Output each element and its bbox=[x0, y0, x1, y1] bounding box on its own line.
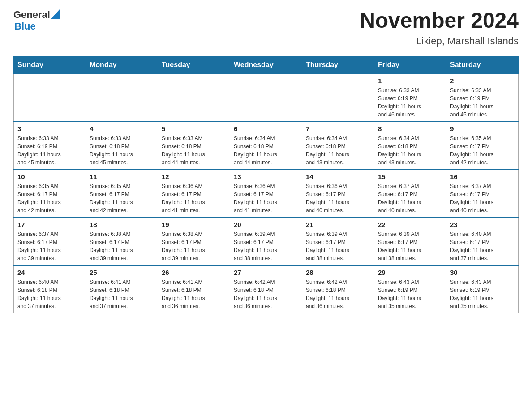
day-number: 10 bbox=[17, 173, 82, 180]
calendar-cell: 23Sunrise: 6:40 AM Sunset: 6:17 PM Dayli… bbox=[446, 218, 519, 265]
day-number: 9 bbox=[450, 125, 515, 133]
calendar-cell: 5Sunrise: 6:33 AM Sunset: 6:18 PM Daylig… bbox=[158, 122, 230, 170]
day-info: Sunrise: 6:42 AM Sunset: 6:18 PM Dayligh… bbox=[234, 278, 298, 310]
calendar-cell: 26Sunrise: 6:41 AM Sunset: 6:18 PM Dayli… bbox=[158, 265, 230, 313]
day-info: Sunrise: 6:38 AM Sunset: 6:17 PM Dayligh… bbox=[162, 230, 226, 262]
calendar-cell: 19Sunrise: 6:38 AM Sunset: 6:17 PM Dayli… bbox=[158, 218, 230, 265]
calendar-cell: 14Sunrise: 6:36 AM Sunset: 6:17 PM Dayli… bbox=[302, 170, 374, 218]
calendar-week-row: 1Sunrise: 6:33 AM Sunset: 6:19 PM Daylig… bbox=[14, 74, 519, 122]
calendar-cell: 4Sunrise: 6:33 AM Sunset: 6:18 PM Daylig… bbox=[86, 122, 158, 170]
day-info: Sunrise: 6:39 AM Sunset: 6:17 PM Dayligh… bbox=[378, 230, 442, 262]
day-info: Sunrise: 6:36 AM Sunset: 6:17 PM Dayligh… bbox=[306, 182, 370, 214]
calendar-cell: 9Sunrise: 6:35 AM Sunset: 6:17 PM Daylig… bbox=[446, 122, 519, 170]
day-number: 15 bbox=[378, 173, 442, 180]
day-info: Sunrise: 6:40 AM Sunset: 6:17 PM Dayligh… bbox=[450, 230, 515, 262]
calendar-subtitle: Likiep, Marshall Islands bbox=[360, 35, 519, 47]
day-number: 20 bbox=[234, 221, 298, 228]
calendar-header-row: SundayMondayTuesdayWednesdayThursdayFrid… bbox=[14, 56, 519, 74]
calendar-week-row: 3Sunrise: 6:33 AM Sunset: 6:19 PM Daylig… bbox=[14, 122, 519, 170]
calendar-cell: 3Sunrise: 6:33 AM Sunset: 6:19 PM Daylig… bbox=[14, 122, 86, 170]
day-info: Sunrise: 6:34 AM Sunset: 6:18 PM Dayligh… bbox=[378, 134, 442, 167]
day-of-week-header: Thursday bbox=[302, 56, 374, 74]
day-info: Sunrise: 6:39 AM Sunset: 6:17 PM Dayligh… bbox=[306, 230, 370, 262]
calendar-cell: 22Sunrise: 6:39 AM Sunset: 6:17 PM Dayli… bbox=[374, 218, 446, 265]
day-info: Sunrise: 6:37 AM Sunset: 6:17 PM Dayligh… bbox=[17, 230, 82, 262]
day-of-week-header: Monday bbox=[86, 56, 158, 74]
day-number: 26 bbox=[162, 269, 226, 276]
calendar-cell: 2Sunrise: 6:33 AM Sunset: 6:19 PM Daylig… bbox=[446, 74, 519, 122]
day-number: 21 bbox=[306, 221, 370, 228]
day-of-week-header: Sunday bbox=[14, 56, 86, 74]
day-number: 19 bbox=[162, 221, 226, 228]
calendar-cell: 10Sunrise: 6:35 AM Sunset: 6:17 PM Dayli… bbox=[14, 170, 86, 218]
day-number: 30 bbox=[450, 269, 515, 276]
page-header: General Blue November 2024 Likiep, Marsh… bbox=[13, 9, 519, 47]
calendar-cell: 1Sunrise: 6:33 AM Sunset: 6:19 PM Daylig… bbox=[374, 74, 446, 122]
logo-blue-text: Blue bbox=[14, 21, 36, 32]
calendar-cell: 29Sunrise: 6:43 AM Sunset: 6:19 PM Dayli… bbox=[374, 265, 446, 313]
day-info: Sunrise: 6:37 AM Sunset: 6:17 PM Dayligh… bbox=[450, 182, 515, 214]
calendar-cell bbox=[14, 74, 86, 122]
calendar-cell bbox=[230, 74, 302, 122]
day-number: 11 bbox=[90, 173, 154, 180]
logo: General Blue bbox=[13, 9, 60, 32]
calendar-cell bbox=[158, 74, 230, 122]
day-info: Sunrise: 6:36 AM Sunset: 6:17 PM Dayligh… bbox=[162, 182, 226, 214]
calendar-week-row: 10Sunrise: 6:35 AM Sunset: 6:17 PM Dayli… bbox=[14, 170, 519, 218]
day-info: Sunrise: 6:37 AM Sunset: 6:17 PM Dayligh… bbox=[378, 182, 442, 214]
calendar-cell: 25Sunrise: 6:41 AM Sunset: 6:18 PM Dayli… bbox=[86, 265, 158, 313]
day-of-week-header: Wednesday bbox=[230, 56, 302, 74]
day-number: 14 bbox=[306, 173, 370, 180]
calendar-cell: 21Sunrise: 6:39 AM Sunset: 6:17 PM Dayli… bbox=[302, 218, 374, 265]
calendar-cell: 24Sunrise: 6:40 AM Sunset: 6:18 PM Dayli… bbox=[14, 265, 86, 313]
calendar-cell bbox=[86, 74, 158, 122]
day-info: Sunrise: 6:38 AM Sunset: 6:17 PM Dayligh… bbox=[90, 230, 154, 262]
day-of-week-header: Friday bbox=[374, 56, 446, 74]
logo-triangle-icon bbox=[51, 9, 60, 19]
calendar-cell: 27Sunrise: 6:42 AM Sunset: 6:18 PM Dayli… bbox=[230, 265, 302, 313]
calendar-cell: 12Sunrise: 6:36 AM Sunset: 6:17 PM Dayli… bbox=[158, 170, 230, 218]
day-info: Sunrise: 6:43 AM Sunset: 6:19 PM Dayligh… bbox=[450, 278, 515, 310]
day-number: 8 bbox=[378, 125, 442, 133]
day-of-week-header: Tuesday bbox=[158, 56, 230, 74]
calendar-cell: 6Sunrise: 6:34 AM Sunset: 6:18 PM Daylig… bbox=[230, 122, 302, 170]
day-info: Sunrise: 6:35 AM Sunset: 6:17 PM Dayligh… bbox=[450, 134, 515, 167]
calendar-cell bbox=[302, 74, 374, 122]
calendar-week-row: 17Sunrise: 6:37 AM Sunset: 6:17 PM Dayli… bbox=[14, 218, 519, 265]
day-number: 17 bbox=[17, 221, 82, 228]
calendar-cell: 7Sunrise: 6:34 AM Sunset: 6:18 PM Daylig… bbox=[302, 122, 374, 170]
calendar-cell: 28Sunrise: 6:42 AM Sunset: 6:18 PM Dayli… bbox=[302, 265, 374, 313]
title-area: November 2024 Likiep, Marshall Islands bbox=[360, 9, 519, 47]
day-info: Sunrise: 6:41 AM Sunset: 6:18 PM Dayligh… bbox=[90, 278, 154, 310]
calendar-cell: 15Sunrise: 6:37 AM Sunset: 6:17 PM Dayli… bbox=[374, 170, 446, 218]
day-number: 5 bbox=[162, 125, 226, 133]
calendar-week-row: 24Sunrise: 6:40 AM Sunset: 6:18 PM Dayli… bbox=[14, 265, 519, 313]
calendar-cell: 30Sunrise: 6:43 AM Sunset: 6:19 PM Dayli… bbox=[446, 265, 519, 313]
day-info: Sunrise: 6:36 AM Sunset: 6:17 PM Dayligh… bbox=[234, 182, 298, 214]
day-number: 6 bbox=[234, 125, 298, 133]
day-info: Sunrise: 6:41 AM Sunset: 6:18 PM Dayligh… bbox=[162, 278, 226, 310]
day-number: 27 bbox=[234, 269, 298, 276]
day-number: 25 bbox=[90, 269, 154, 276]
day-info: Sunrise: 6:35 AM Sunset: 6:17 PM Dayligh… bbox=[17, 182, 82, 214]
day-of-week-header: Saturday bbox=[446, 56, 519, 74]
day-number: 7 bbox=[306, 125, 370, 133]
logo-general-text: General bbox=[13, 9, 50, 21]
day-number: 28 bbox=[306, 269, 370, 276]
day-number: 29 bbox=[378, 269, 442, 276]
day-info: Sunrise: 6:33 AM Sunset: 6:19 PM Dayligh… bbox=[378, 86, 442, 119]
calendar-cell: 18Sunrise: 6:38 AM Sunset: 6:17 PM Dayli… bbox=[86, 218, 158, 265]
day-number: 23 bbox=[450, 221, 515, 228]
day-info: Sunrise: 6:34 AM Sunset: 6:18 PM Dayligh… bbox=[306, 134, 370, 167]
day-info: Sunrise: 6:33 AM Sunset: 6:19 PM Dayligh… bbox=[450, 86, 515, 119]
day-info: Sunrise: 6:40 AM Sunset: 6:18 PM Dayligh… bbox=[17, 278, 82, 310]
day-number: 16 bbox=[450, 173, 515, 180]
day-number: 22 bbox=[378, 221, 442, 228]
day-number: 24 bbox=[17, 269, 82, 276]
day-number: 4 bbox=[90, 125, 154, 133]
day-info: Sunrise: 6:34 AM Sunset: 6:18 PM Dayligh… bbox=[234, 134, 298, 167]
day-info: Sunrise: 6:43 AM Sunset: 6:19 PM Dayligh… bbox=[378, 278, 442, 310]
calendar-cell: 16Sunrise: 6:37 AM Sunset: 6:17 PM Dayli… bbox=[446, 170, 519, 218]
day-number: 12 bbox=[162, 173, 226, 180]
calendar-table: SundayMondayTuesdayWednesdayThursdayFrid… bbox=[13, 56, 519, 313]
